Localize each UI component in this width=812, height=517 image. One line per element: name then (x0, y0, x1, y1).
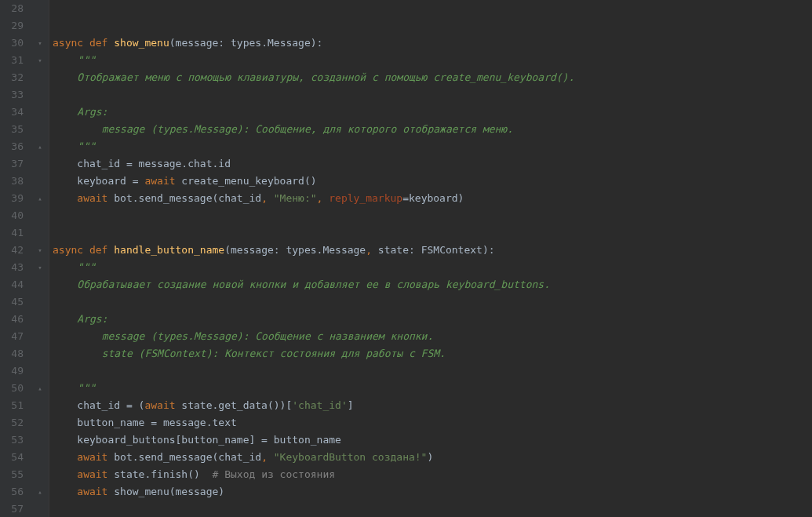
token-docstr: Args: (77, 313, 107, 325)
token-var: state.get_data())[ (176, 399, 293, 411)
token-kw: await (77, 192, 107, 204)
token-kw: await (144, 399, 175, 411)
token-punct: ( (224, 244, 231, 256)
token-str: 'chat_id' (292, 399, 347, 411)
token-docstr: Отображает меню с помощью клавиатуры, со… (77, 71, 574, 83)
token-var: chat_id = ( (77, 399, 144, 411)
token-def: def (89, 37, 114, 49)
code-line[interactable]: message (types.Message): Сообщение с наз… (53, 328, 812, 345)
token-comment: # Выход из состояния (213, 468, 336, 480)
line-number: 33 (6, 86, 24, 104)
token-var: bot.send_message(chat_id (107, 451, 261, 463)
fold-marker-icon[interactable]: ▴ (36, 488, 44, 496)
line-number: 46 (6, 311, 24, 328)
token-punct: : FSMContext): (409, 244, 495, 256)
line-number: 28 (6, 0, 24, 17)
code-line[interactable] (53, 0, 812, 17)
token-kw: async (53, 244, 89, 256)
line-number: 54 (6, 449, 24, 466)
token-punct: : types.Message): (218, 37, 322, 49)
code-line[interactable] (53, 17, 812, 35)
token-var: =keyboard) (402, 192, 464, 204)
fold-marker-icon[interactable]: ▾ (36, 56, 44, 64)
line-number: 36 (6, 138, 24, 155)
code-line[interactable]: """ (53, 380, 812, 397)
code-line[interactable]: Args: (53, 104, 812, 121)
code-line[interactable]: """ (53, 138, 812, 155)
line-number: 44 (6, 276, 24, 293)
code-line[interactable]: message (types.Message): Сообщение, для … (53, 121, 812, 138)
token-var: show_menu(message) (107, 486, 224, 497)
token-docstr: message (types.Message): Сообщение с наз… (102, 330, 434, 342)
code-line[interactable]: keyboard_buttons[button_name] = button_n… (53, 431, 812, 449)
code-line[interactable] (53, 86, 812, 104)
code-line[interactable]: chat_id = (await state.get_data())['chat… (53, 397, 812, 414)
token-docstr: """ (77, 261, 95, 273)
line-number: 39 (6, 190, 24, 207)
token-comma: , (366, 244, 378, 256)
token-def: def (89, 244, 114, 256)
code-line[interactable]: async def show_menu(message: types.Messa… (53, 35, 812, 52)
line-number: 48 (6, 345, 24, 362)
fold-column: ▾▾▴▴▾▾▴▴ (33, 0, 49, 517)
fold-marker-icon[interactable]: ▾ (36, 264, 44, 271)
token-comma: , (261, 451, 274, 463)
line-number: 49 (6, 362, 24, 380)
token-kw: await (77, 451, 107, 463)
token-docstr: message (types.Message): Сообщение, для … (102, 123, 513, 135)
line-number: 30 (6, 35, 24, 52)
code-line[interactable]: state (FSMContext): Контекст состояния д… (53, 345, 812, 362)
token-var: ) (427, 451, 433, 463)
line-number: 40 (6, 207, 24, 224)
line-number: 57 (6, 501, 24, 517)
token-var: bot.send_message(chat_id (107, 192, 261, 204)
fold-marker-icon[interactable]: ▴ (36, 143, 44, 151)
code-line[interactable]: keyboard = await create_menu_keyboard() (53, 173, 812, 190)
token-var: keyboard = (77, 175, 144, 187)
token-param: message (231, 244, 274, 256)
code-line[interactable] (53, 293, 812, 311)
code-line[interactable]: async def handle_button_name(message: ty… (53, 242, 812, 259)
token-str: "Меню:" (274, 192, 317, 204)
token-comma: , (261, 192, 274, 204)
token-docstr: """ (77, 140, 95, 152)
code-area[interactable]: async def show_menu(message: types.Messa… (49, 0, 812, 517)
line-number: 42 (6, 242, 24, 259)
line-number: 31 (6, 52, 24, 69)
code-line[interactable]: Отображает меню с помощью клавиатуры, со… (53, 69, 812, 86)
code-line[interactable]: """ (53, 259, 812, 276)
code-line[interactable]: Обрабатывает создание новой кнопки и доб… (53, 276, 812, 293)
fold-marker-icon[interactable]: ▾ (36, 246, 44, 254)
line-number: 34 (6, 104, 24, 121)
token-docstr: Args: (77, 106, 107, 118)
code-line[interactable]: button_name = message.text (53, 414, 812, 431)
code-line[interactable] (53, 207, 812, 224)
code-line[interactable] (53, 501, 812, 517)
code-line[interactable]: await bot.send_message(chat_id, "Keyboar… (53, 449, 812, 466)
code-line[interactable]: await show_menu(message) (53, 483, 812, 501)
token-var: ] (348, 399, 354, 411)
token-paramname: reply_markup (329, 192, 402, 204)
line-number: 35 (6, 121, 24, 138)
code-line[interactable]: await bot.send_message(chat_id, "Меню:",… (53, 190, 812, 207)
token-punct: ( (169, 37, 176, 49)
fold-marker-icon[interactable]: ▾ (36, 39, 44, 47)
fold-marker-icon[interactable]: ▴ (36, 384, 44, 392)
code-line[interactable]: """ (53, 52, 812, 69)
token-fn: show_menu (114, 37, 169, 49)
token-fn: handle_button_name (114, 244, 224, 256)
code-editor: 2829303132333435363738394041424344454647… (0, 0, 812, 517)
code-line[interactable]: await state.finish() # Выход из состояни… (53, 466, 812, 483)
token-docstr: """ (77, 54, 95, 66)
token-kw: async (53, 37, 89, 49)
code-line[interactable]: chat_id = message.chat.id (53, 155, 812, 173)
token-kw: await (77, 486, 107, 497)
line-number: 38 (6, 173, 24, 190)
code-line[interactable] (53, 224, 812, 242)
fold-marker-icon[interactable]: ▴ (36, 195, 44, 202)
line-number: 29 (6, 17, 24, 35)
code-line[interactable] (53, 362, 812, 380)
token-var: create_menu_keyboard() (176, 175, 317, 187)
code-line[interactable]: Args: (53, 311, 812, 328)
token-param: state (378, 244, 409, 256)
